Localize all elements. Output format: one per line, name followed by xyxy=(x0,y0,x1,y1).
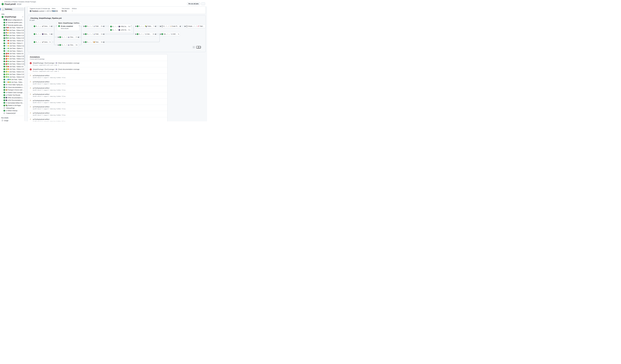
sidebar-job-item[interactable]: Unit Tests - Python 3.13 xyxy=(0,50,25,52)
dot-green-icon xyxy=(7,63,9,65)
sidebar-job-item[interactable]: Check documentation covera… xyxy=(0,86,25,89)
annotation-title-link[interactable]: pyTooling/upload-artifact xyxy=(33,119,66,120)
graph-node-package-in-source[interactable]: S… / … / Package in Sou… 18s xyxy=(84,40,104,44)
zoom-in-button[interactable]: + xyxy=(199,46,201,48)
status-icon xyxy=(3,60,5,62)
sidebar-job-item[interactable]: Unit Tests - Python 3.9 xyxy=(0,39,25,42)
job-label: Generate pipeline parameters xyxy=(8,22,24,23)
fullscreen-button[interactable] xyxy=(192,46,195,49)
dot-red-icon xyxy=(8,40,9,41)
sidebar-job-item[interactable]: Unit Tests - Python 3.12 xyxy=(0,47,25,50)
sidebar-job-item[interactable]: Unit Tests - Python 3.11 xyxy=(0,32,25,34)
graph-node-generate-pipeline-params-2[interactable]: S… / … / Generate pipelin… 0s xyxy=(33,40,52,44)
chart-icon xyxy=(6,94,7,96)
job-icons xyxy=(6,102,7,104)
sidebar-job-item[interactable]: Intermediate Artifact Cleanup xyxy=(0,102,25,104)
sidebar-job-item[interactable]: Unit Tests - Python 3.10 xyxy=(0,29,25,32)
sidebar-job-item[interactable]: HTML Documentation using … xyxy=(0,96,25,99)
matrix-group-card[interactable]: 22 jobs completed Show all jobs xyxy=(57,24,79,31)
dot-green-icon xyxy=(8,48,9,49)
sidebar-job-item[interactable]: Unit Tests - Python 3.9 xyxy=(0,65,25,68)
graph-node-check-static-typing[interactable]: S… / … / Check Static Ty… 17s xyxy=(58,35,79,39)
sidebar-item-usage[interactable]: Usage xyxy=(0,119,25,121)
sidebar-job-item[interactable]: Extract configurations from p… xyxy=(0,19,25,21)
sidebar-job-item[interactable]: Package in Source and Wheel… xyxy=(0,89,25,91)
job-icons xyxy=(6,45,9,47)
scrollbar-thumb[interactable] xyxy=(24,7,25,66)
more-options-button[interactable] xyxy=(201,2,205,5)
sidebar-job-item[interactable]: Unit Tests - Python 3.11 xyxy=(0,58,25,60)
annotation-title-link[interactable]: SimplePackage / DocCoverage / Check docu… xyxy=(33,69,79,70)
connector-dot xyxy=(79,25,80,26)
zoom-out-button[interactable]: − xyxy=(196,46,199,48)
sidebar-job-item[interactable]: Unit Tests - Python 3.10 xyxy=(0,42,25,45)
graph-node-intermediate-artifact-cleanup[interactable]: S… / … / Intermediate A… 16s xyxy=(136,32,156,36)
sidebar-job-item[interactable]: PublishOnPyPI xyxy=(0,112,25,115)
job-label: Unit Tests - Python 3.13 xyxy=(9,50,24,52)
annotation-title-link[interactable]: pyTooling/upload-artifact xyxy=(33,100,66,101)
sidebar-job-item[interactable]: Unit Tests - Python 3.12 xyxy=(0,73,25,76)
annotation-title-link[interactable]: pyTooling/upload-artifact xyxy=(33,106,66,107)
annotation-title-link[interactable]: pyTooling/upload-artifact xyxy=(33,93,66,95)
annotation-title-link[interactable]: pyTooling/upload-artifact xyxy=(33,87,66,89)
sidebar-job-item[interactable]: Unit Tests - Python 3.13 xyxy=(0,37,25,39)
job-label: Publish Test Results xyxy=(8,94,20,96)
status-icon xyxy=(3,55,5,57)
status-icon xyxy=(3,66,5,67)
graph-node-artifact-cleanup[interactable]: Sim… / … / Artifact Cleanup 4s xyxy=(160,32,180,36)
dot-red-icon xyxy=(7,53,9,54)
avatar[interactable] xyxy=(30,10,32,12)
apple-red-icon xyxy=(6,64,7,65)
actor-name[interactable]: Paebbels xyxy=(32,10,38,12)
sidebar-item-summary[interactable]: Summary xyxy=(1,7,24,11)
annotation-title-link[interactable]: pyTooling/upload-artifact xyxy=(33,81,66,83)
graph-node-create-release-page[interactable]: S… / … / Create 'Release Pa… xyxy=(160,24,180,28)
sidebar-workflow-simplepackage[interactable]: SimplePackage xyxy=(0,16,25,18)
sidebar-job-item[interactable]: Unit Tests - Python 3.13 xyxy=(0,76,25,78)
documentation-group-card: S… / … / HTML Docume… 55s S… / … / LaTeX… xyxy=(109,24,131,32)
sidebar-job-item[interactable]: Unit Tests - Python 3.9 xyxy=(0,26,25,29)
sidebar-job-item[interactable]: Publish to GH-Pages xyxy=(0,104,25,107)
graph-node-extract-configurations[interactable]: S… / … / Extract configur… 4s xyxy=(33,32,52,36)
sidebar-job-item[interactable]: Publish Test Results xyxy=(0,94,25,97)
annotation-title-link[interactable]: SimplePackage / DocCoverage / Check docu… xyxy=(33,62,79,64)
job-icons xyxy=(6,58,9,60)
eyes-icon xyxy=(55,62,57,64)
annotation-level-icon xyxy=(30,112,32,114)
breadcrumb-back-link[interactable]: ← Verification of Pipeline Templates (Si… xyxy=(1,1,36,2)
sidebar-job-item[interactable]: Unit Tests - Python 3.10 xyxy=(0,68,25,70)
graph-node-latex-documentation[interactable]: S… / … / LaTeX Docume… 51s xyxy=(110,28,130,32)
sidebar-job-item[interactable]: Unit Tests - Python 3.11 xyxy=(0,70,25,73)
sidebar-job-item[interactable]: Unit Tests - Python 3.12 xyxy=(0,81,25,84)
sidebar-scrollbar[interactable] xyxy=(24,7,25,121)
annotation-title-link[interactable]: pyTooling/upload-artifact xyxy=(33,112,66,114)
annotation-message: macOS doesn't support removing hidden fi… xyxy=(33,77,66,78)
graph-node-publish-test-results[interactable]: S… / … / Publish Test Re… 13s xyxy=(84,32,104,36)
graph-node-check-documentation[interactable]: S… / … / Check docume… 18s xyxy=(58,43,79,47)
sidebar-job-item[interactable]: Unit Tests - Python 3.13 xyxy=(0,63,25,65)
annotation-title-link[interactable]: pyTooling/upload-artifact xyxy=(33,75,66,76)
sidebar-job-item[interactable]: Unit Tests - Python 3.11 xyxy=(0,45,25,47)
commit-hash-link[interactable]: d0f07e1 xyxy=(47,10,51,12)
sidebar-job-item[interactable]: Unit Tests - Python 3.12 xyxy=(0,78,25,81)
sidebar-job-item[interactable]: Publish Code Coverage Results xyxy=(0,91,25,94)
sidebar-job-item[interactable]: Generate pipeline parameters xyxy=(0,21,25,24)
sidebar-job-item[interactable]: Artifact Cleanup xyxy=(0,109,25,112)
sidebar-job-item[interactable]: Unit Tests - Python 3.12 xyxy=(0,60,25,63)
sidebar-job-item[interactable]: LaTeX Documentation using … xyxy=(0,99,25,102)
status-icon xyxy=(3,29,5,31)
annotation-level-icon xyxy=(30,62,32,64)
graph-node-generate-pipeline-params[interactable]: S… / … / Generate pipelin… 0s xyxy=(33,24,52,28)
sidebar-job-item[interactable]: Unit Tests - Python 3.10 xyxy=(0,55,25,58)
sidebar-job-item[interactable]: Generate pipeline parameters xyxy=(0,24,25,26)
sidebar-job-item[interactable]: Check Static Typing using Pyt… xyxy=(0,84,25,86)
sidebar-job-item[interactable]: Unit Tests - Python 3.9 xyxy=(0,52,25,55)
show-all-jobs-link[interactable]: Show all jobs xyxy=(61,28,78,29)
sidebar-job-item[interactable]: Unit Tests - Python 3.12 xyxy=(0,34,25,37)
rerun-all-jobs-button[interactable]: Re-run all jobs xyxy=(187,2,200,5)
graph-node-publish-code-coverage[interactable]: S… / … / Publish Code C… 20s xyxy=(84,24,104,28)
graph-node-publish-gh-pages[interactable]: S… / … / Publish to GH-P… 7s xyxy=(136,24,156,28)
sidebar-job-item[interactable]: ReleasePage xyxy=(0,107,25,109)
graph-node-html-documentation[interactable]: S… / … / HTML Docume… 55s xyxy=(110,25,130,28)
graph-node-publish-to-pypi[interactable]: Simple… / … / Publish to PyPI xyxy=(185,24,206,28)
